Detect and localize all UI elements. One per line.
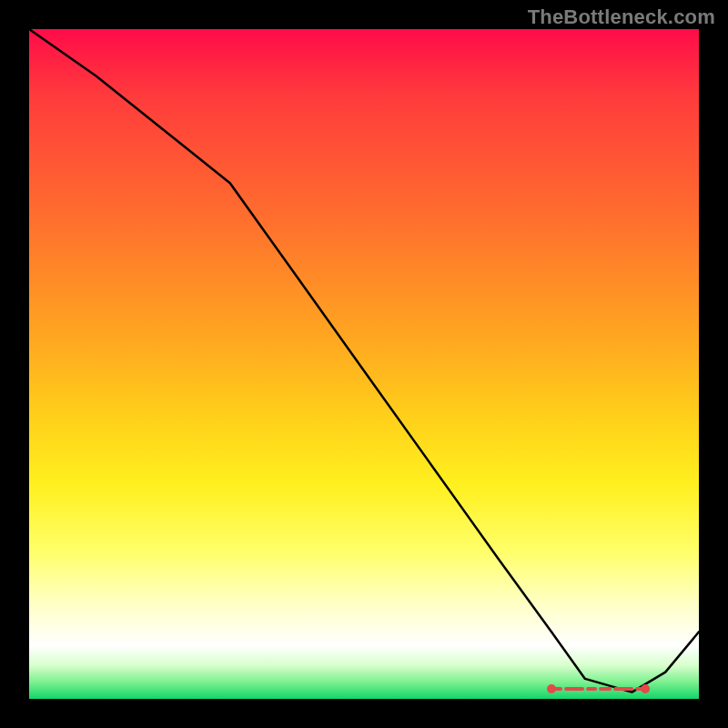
watermark-text: TheBottleneck.com bbox=[528, 5, 715, 29]
chart-plot-area bbox=[29, 29, 699, 699]
valley-marker-left bbox=[547, 684, 556, 693]
valley-marker-right bbox=[641, 684, 650, 693]
chart-line bbox=[29, 29, 699, 693]
chart-overlay-svg bbox=[29, 29, 699, 699]
